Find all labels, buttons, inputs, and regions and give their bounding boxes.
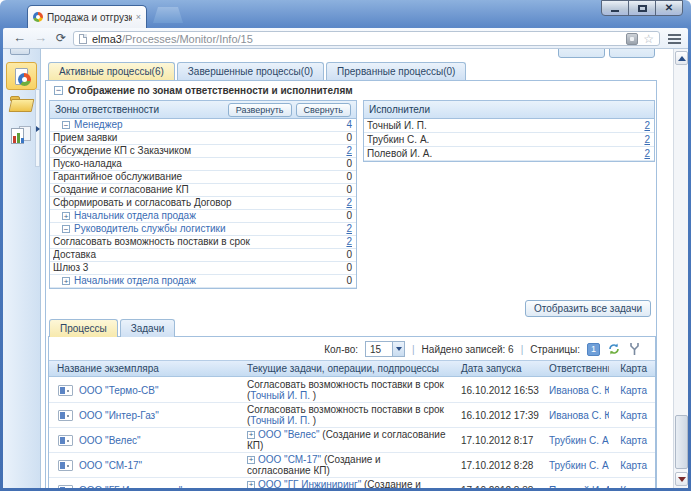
extension-icon[interactable] — [626, 33, 638, 45]
instance-icon[interactable] — [58, 410, 73, 421]
map-link[interactable]: Карта — [620, 410, 647, 421]
zone-row[interactable]: Сформировать и согласовать Договор2 — [50, 197, 356, 210]
zone-count[interactable]: 4 — [346, 119, 352, 131]
map-link[interactable]: Карта — [620, 485, 647, 489]
new-tab-button[interactable] — [153, 7, 183, 23]
maximize-button[interactable] — [628, 0, 656, 16]
result-tab-1[interactable]: Задачи — [120, 319, 176, 337]
result-tab-0[interactable]: Процессы — [49, 319, 118, 337]
scroll-down-button[interactable] — [675, 472, 688, 486]
subprocess-instance-link[interactable]: ООО "СМ-17" — [258, 454, 321, 465]
zone-row[interactable]: Обсуждение КП с Заказчиком2 — [50, 145, 356, 158]
zone-row[interactable]: Создание и согласование КП0 — [50, 184, 356, 197]
count-select[interactable]: 15 — [365, 341, 405, 357]
forward-icon[interactable]: → — [34, 30, 47, 46]
executor-count[interactable]: 2 — [644, 120, 650, 132]
content-scrollbar[interactable] — [673, 49, 688, 488]
clipped-toolbar-button-2[interactable] — [609, 49, 655, 58]
zone-row[interactable]: Доставка0 — [50, 249, 356, 262]
instance-icon[interactable] — [58, 435, 73, 446]
clipped-toolbar-button-1[interactable] — [558, 49, 605, 58]
column-owner[interactable]: Ответственный — [541, 363, 609, 374]
minimize-button[interactable] — [601, 0, 629, 16]
process-tab-2[interactable]: Прерванные процессы(0) — [326, 62, 466, 80]
zone-label[interactable]: Начальник отдела продаж — [74, 210, 340, 222]
zone-row[interactable]: +Начальник отдела продаж0 — [50, 210, 356, 223]
collapse-icon[interactable]: − — [62, 225, 70, 233]
collapse-icon[interactable]: − — [62, 121, 70, 129]
owner-link[interactable]: Иванова С. Ю. — [549, 385, 609, 396]
folder-icon[interactable] — [10, 96, 33, 113]
column-tasks[interactable]: Текущие задачи, операции, подпроцессы — [239, 363, 453, 374]
browser-menu-icon[interactable] — [668, 34, 681, 44]
instance-name-link[interactable]: ООО "Термо-СВ" — [79, 385, 159, 396]
zone-count[interactable]: 2 — [346, 236, 352, 248]
column-start-date[interactable]: Дата запуска — [453, 363, 541, 374]
zone-row[interactable]: Гарантийное обслуживание0 — [50, 171, 356, 184]
zone-row[interactable]: Прием заявки0 — [50, 132, 356, 145]
settings-wrench-icon[interactable] — [628, 342, 641, 356]
zone-label[interactable]: Начальник отдела продаж — [74, 275, 340, 287]
zone-count[interactable]: 2 — [346, 223, 352, 235]
executor-row[interactable]: Полевой И. А.2 — [364, 147, 654, 161]
instance-name-link[interactable]: ООО "СМ-17" — [79, 460, 142, 471]
page-1-button[interactable]: 1 — [587, 343, 600, 356]
process-tab-0[interactable]: Активные процессы(6) — [48, 62, 175, 80]
zone-count[interactable]: 2 — [346, 197, 352, 209]
subprocess-instance-link[interactable]: ООО "Велес" — [258, 429, 320, 440]
process-monitor-icon-active[interactable] — [6, 62, 37, 90]
zone-row[interactable]: Шлюз 30 — [50, 262, 356, 275]
scroll-up-button[interactable] — [675, 51, 688, 65]
browser-tab[interactable]: Продажа и отгрузка обо × — [27, 5, 147, 28]
tab-close-icon[interactable]: × — [136, 12, 141, 22]
zone-row[interactable]: −Руководитель службы логистики2 — [50, 223, 356, 236]
instance-icon[interactable] — [58, 385, 73, 396]
executor-row[interactable]: Точный И. П.2 — [364, 119, 654, 133]
expand-all-button[interactable]: Развернуть — [228, 103, 292, 117]
task-person-link[interactable]: Точный И. П. — [250, 390, 310, 401]
expand-icon[interactable]: + — [62, 277, 70, 285]
process-tab-1[interactable]: Завершенные процессы(0) — [177, 62, 324, 80]
owner-link[interactable]: Трубкин С. А. — [549, 460, 609, 471]
close-button[interactable]: ✕ — [655, 0, 683, 16]
expand-icon[interactable]: + — [247, 431, 255, 439]
zone-count[interactable]: 2 — [346, 145, 352, 157]
zone-row[interactable]: +Начальник отдела продаж0 — [50, 275, 356, 288]
zone-row[interactable]: Согласовать возможность поставки в срок2 — [50, 236, 356, 249]
executor-count[interactable]: 2 — [644, 148, 650, 160]
address-bar[interactable]: elma3/Processes/Monitor/Info/15 ☆ — [73, 31, 660, 46]
executor-row[interactable]: Трубкин С. А.2 — [364, 133, 654, 147]
collapse-all-button[interactable]: Свернуть — [296, 103, 351, 117]
task-person-link[interactable]: Точный И. П. — [250, 415, 310, 426]
instance-name-link[interactable]: ООО "ГГ Инжиниринг" — [79, 485, 182, 489]
zone-row[interactable]: Пуско-наладка0 — [50, 158, 356, 171]
expand-icon[interactable]: + — [62, 212, 70, 220]
column-map[interactable]: Карта — [609, 363, 655, 374]
map-link[interactable]: Карта — [620, 435, 647, 446]
owner-link[interactable]: Полевой И. А. — [549, 485, 609, 489]
instance-name-link[interactable]: ООО "Интер-Газ" — [79, 410, 159, 421]
owner-link[interactable]: Трубкин С. А. — [549, 435, 609, 446]
expand-icon[interactable]: + — [247, 481, 255, 489]
zone-label[interactable]: Руководитель службы логистики — [74, 223, 340, 235]
column-name[interactable]: Название экземпляра — [49, 363, 239, 374]
zone-label[interactable]: Менеджер — [74, 119, 340, 131]
show-all-tasks-button[interactable]: Отобразить все задачи — [525, 300, 651, 317]
bookmark-star-icon[interactable]: ☆ — [643, 33, 654, 45]
owner-link[interactable]: Иванова С. Ю. — [549, 410, 609, 421]
reload-icon[interactable]: ⟳ — [56, 30, 66, 46]
instance-name-link[interactable]: ООО "Велес" — [79, 435, 141, 446]
map-link[interactable]: Карта — [620, 385, 647, 396]
map-link[interactable]: Карта — [620, 460, 647, 471]
expand-icon[interactable]: + — [247, 456, 255, 464]
messages-icon[interactable] — [10, 49, 30, 55]
scrollbar-thumb[interactable] — [675, 415, 688, 469]
collapse-section-icon[interactable]: − — [54, 86, 63, 95]
instance-icon[interactable] — [58, 460, 73, 471]
back-icon[interactable]: ← — [13, 30, 26, 46]
refresh-icon[interactable] — [607, 342, 621, 356]
chevron-down-icon[interactable] — [392, 342, 404, 356]
executor-count[interactable]: 2 — [644, 134, 650, 146]
subprocess-instance-link[interactable]: ООО "ГГ Инжиниринг" — [258, 479, 361, 488]
report-chart-icon[interactable] — [11, 126, 31, 145]
